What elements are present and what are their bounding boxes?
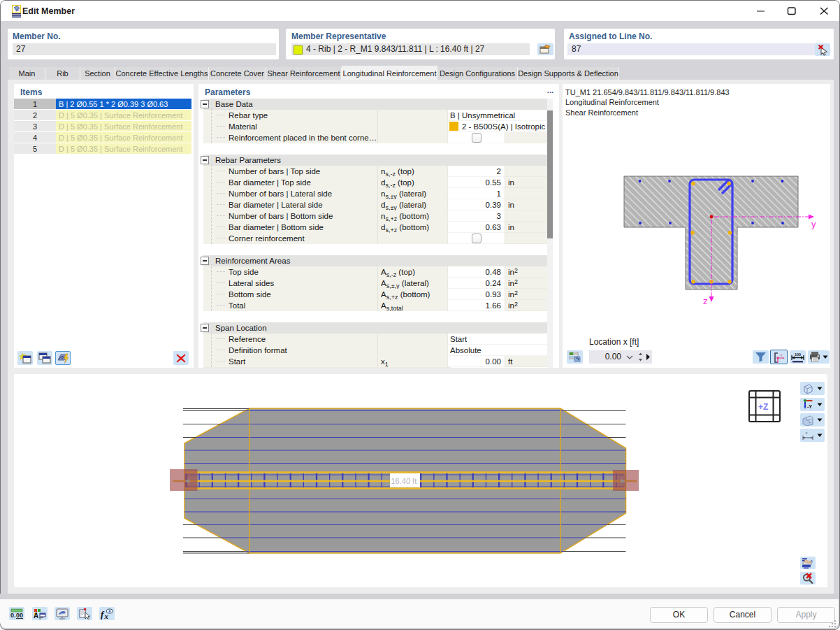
svg-text:0.: 0. — [10, 612, 16, 619]
svg-text:-Y: -Y — [807, 404, 812, 409]
svg-text:00: 00 — [16, 612, 23, 619]
svg-text:A: A — [34, 612, 38, 620]
svg-text:x: x — [806, 431, 808, 435]
svg-text:16.40 ft: 16.40 ft — [391, 477, 417, 485]
svg-text:100: 100 — [795, 352, 801, 356]
svg-text:+Z: +Z — [758, 402, 768, 412]
svg-text:y: y — [811, 219, 816, 229]
svg-text:y: y — [781, 352, 783, 357]
svg-text:z: z — [703, 296, 708, 306]
